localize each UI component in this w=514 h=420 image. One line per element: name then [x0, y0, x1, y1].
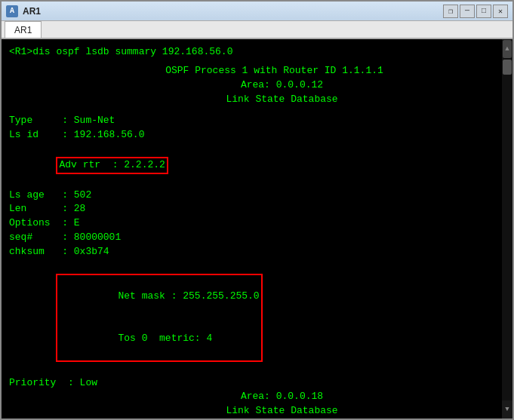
tos-line: Tos 0 metric: 4	[118, 333, 212, 344]
area2-line: Area: 0.0.0.18	[9, 390, 494, 404]
tab-ar1[interactable]: AR1	[5, 21, 42, 38]
ospf-process-line: OSPF Process 1 with Router ID 1.1.1.1	[9, 64, 494, 78]
close-button[interactable]: ✕	[493, 5, 508, 18]
tab-bar: AR1	[2, 21, 512, 39]
type-line: Type : Sum-Net	[9, 114, 494, 128]
scroll-up-arrow[interactable]: ▲	[503, 40, 512, 58]
minimize-button[interactable]: ─	[460, 5, 475, 18]
len-line: Len : 28	[9, 202, 494, 216]
title-controls: ❐ ─ □ ✕	[443, 5, 508, 18]
scrollbar[interactable]: ▲ ▼	[502, 39, 512, 418]
net-mask-tos-highlight: Net mask : 255.255.255.0 Tos 0 metric: 4	[56, 274, 262, 362]
main-window: A AR1 ❐ ─ □ ✕ AR1 <R1>dis ospf lsdb summ…	[0, 0, 514, 420]
options-line: Options : E	[9, 216, 494, 231]
lsdb2-line: Link State Database	[9, 404, 494, 418]
terminal-area[interactable]: <R1>dis ospf lsdb summary 192.168.56.0 O…	[2, 39, 512, 418]
net-mask-line: Net mask : 255.255.255.0	[118, 290, 259, 302]
adv-rtr-line: Adv rtr : 2.2.2.2	[9, 143, 494, 189]
restore-button[interactable]: ❐	[443, 5, 458, 18]
maximize-button[interactable]: □	[476, 5, 491, 18]
window-title: AR1	[23, 6, 41, 17]
net-mask-tos-block: Net mask : 255.255.255.0 Tos 0 metric: 4	[9, 259, 494, 376]
lsdb1-line: Link State Database	[9, 93, 494, 107]
area1-line: Area: 0.0.0.12	[9, 78, 494, 93]
ls-age-line: Ls age : 502	[9, 189, 494, 203]
adv-rtr-highlight: Adv rtr : 2.2.2.2	[56, 157, 168, 174]
scroll-down-arrow[interactable]: ▼	[502, 400, 512, 418]
seq-line: seq# : 80000001	[9, 231, 494, 245]
title-bar: A AR1 ❐ ─ □ ✕	[2, 2, 512, 21]
command-line: <R1>dis ospf lsdb summary 192.168.56.0	[9, 45, 494, 60]
scrollbar-thumb[interactable]	[503, 60, 512, 75]
priority-line: Priority : Low	[9, 376, 494, 391]
ls-id-line: Ls id : 192.168.56.0	[9, 128, 494, 143]
app-icon: A	[6, 5, 18, 17]
chksum-line: chksum : 0x3b74	[9, 245, 494, 259]
title-bar-left: A AR1	[6, 5, 41, 17]
